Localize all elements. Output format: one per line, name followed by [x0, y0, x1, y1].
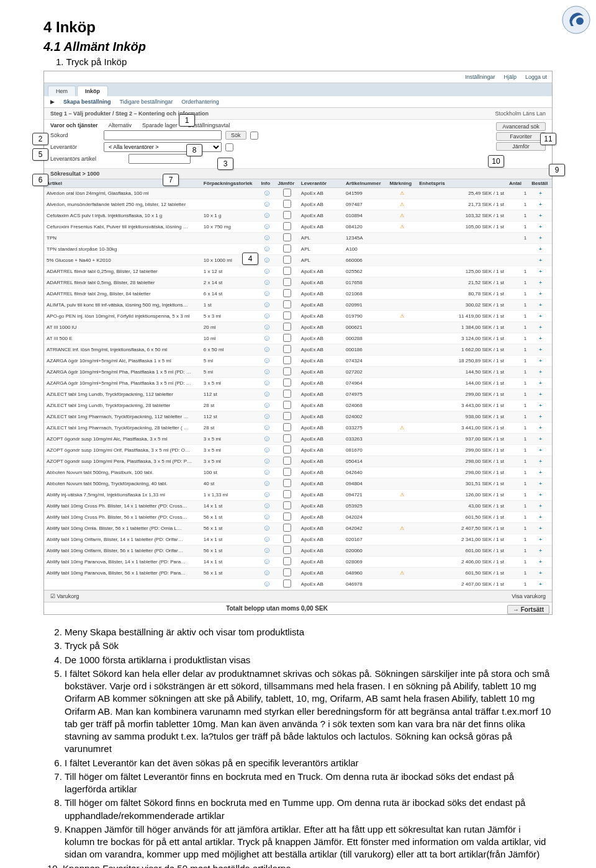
- compare-checkbox[interactable]: [283, 524, 291, 532]
- table-row[interactable]: AZOPT ögondr susp 10mg/ml Alc, Plastflas…: [44, 434, 552, 445]
- compare-checkbox[interactable]: [283, 468, 291, 476]
- add-icon[interactable]: +: [529, 445, 552, 456]
- compare-checkbox[interactable]: [283, 434, 291, 442]
- compare-checkbox[interactable]: [283, 479, 291, 487]
- table-row[interactable]: Abboten Novum tabl 500mg, Plastburk, 100…: [44, 467, 552, 478]
- add-icon[interactable]: +: [529, 233, 552, 244]
- info-icon[interactable]: ⓘ: [264, 213, 269, 218]
- th-info[interactable]: Info: [259, 179, 276, 188]
- info-icon[interactable]: ⓘ: [264, 269, 269, 274]
- compare-checkbox[interactable]: [283, 501, 291, 509]
- saved-tab[interactable]: Sparade lager: [142, 122, 178, 128]
- compare-checkbox[interactable]: [283, 445, 291, 454]
- compare-checkbox[interactable]: [283, 423, 291, 431]
- advanced-search-button[interactable]: Avancerad sök: [496, 122, 546, 131]
- continue-button[interactable]: → Fortsätt: [507, 605, 549, 614]
- search-input[interactable]: [104, 130, 222, 140]
- table-row[interactable]: AZILECT tabl 1mg Lundb, Tryckförpackning…: [44, 400, 552, 411]
- info-icon[interactable]: ⓘ: [264, 581, 269, 587]
- add-icon[interactable]: +: [529, 221, 552, 233]
- table-row[interactable]: AT III 1000 IU20 mlⓘApoEx AB0006211 384,…: [44, 322, 552, 333]
- info-icon[interactable]: ⓘ: [264, 526, 269, 531]
- subtab-tidigare[interactable]: Tidigare beställningar: [120, 99, 173, 105]
- add-icon[interactable]: +: [529, 456, 552, 467]
- compare-checkbox[interactable]: [283, 512, 291, 521]
- add-icon[interactable]: +: [529, 266, 552, 277]
- goods-tab[interactable]: Varor och tjänster: [50, 122, 98, 128]
- info-icon[interactable]: ⓘ: [264, 548, 269, 553]
- table-row[interactable]: Cefuroxim Fresenius Kabi, Pulver till in…: [44, 221, 552, 233]
- table-row[interactable]: Cefotaxim ACS pulv t injvä. Injektionsfl…: [44, 210, 552, 221]
- show-cart-link[interactable]: Visa varukorg: [512, 593, 546, 599]
- table-row[interactable]: ALIMTA, pulv till konc till inf-vätska, …: [44, 300, 552, 311]
- compare-checkbox[interactable]: [283, 557, 291, 565]
- add-icon[interactable]: +: [529, 311, 552, 322]
- info-icon[interactable]: ⓘ: [264, 280, 269, 285]
- add-icon[interactable]: +: [529, 400, 552, 411]
- table-row[interactable]: Alvedon, munsönderfallande tablett 250 m…: [44, 199, 552, 210]
- info-icon[interactable]: ⓘ: [264, 347, 269, 352]
- compare-checkbox[interactable]: [283, 267, 291, 275]
- add-icon[interactable]: +: [529, 434, 552, 445]
- add-icon[interactable]: +: [529, 322, 552, 333]
- info-icon[interactable]: ⓘ: [264, 570, 269, 576]
- info-icon[interactable]: ⓘ: [264, 503, 269, 509]
- compare-checkbox[interactable]: [283, 390, 291, 398]
- info-icon[interactable]: ⓘ: [264, 358, 269, 364]
- compare-checkbox[interactable]: [283, 233, 291, 241]
- add-icon[interactable]: +: [529, 568, 552, 579]
- compare-checkbox[interactable]: [283, 345, 291, 353]
- table-row[interactable]: Abilify tabl 10mg Omla. Blister, 56 x 1 …: [44, 523, 552, 534]
- compare-checkbox[interactable]: [283, 256, 291, 264]
- add-icon[interactable]: +: [529, 512, 552, 523]
- table-row[interactable]: AZILECT tabl 1mg Pharmach, Tryckförpackn…: [44, 411, 552, 423]
- add-icon[interactable]: +: [529, 423, 552, 434]
- compare-checkbox[interactable]: [283, 535, 291, 543]
- table-row[interactable]: TPN standard storpåse 10-30kgⓘAPLA100+: [44, 244, 552, 255]
- compare-checkbox[interactable]: [283, 401, 291, 409]
- settings-link[interactable]: Inställningar: [465, 74, 495, 80]
- add-icon[interactable]: +: [529, 300, 552, 311]
- add-icon[interactable]: +: [529, 557, 552, 568]
- info-icon[interactable]: ⓘ: [264, 459, 269, 464]
- table-row[interactable]: Abilify tabl 10mg Orifarm, Blister, 56 x…: [44, 545, 552, 557]
- info-icon[interactable]: ⓘ: [264, 302, 269, 308]
- table-row[interactable]: Alvedon oral lösn 24mg/ml, Glasflaska, 1…: [44, 188, 552, 199]
- table-row[interactable]: Abilify tabl 10mg Paranova, Blister, 56 …: [44, 568, 552, 579]
- favorites-button[interactable]: Favoriter: [496, 132, 546, 141]
- search-button[interactable]: Sök: [225, 131, 246, 140]
- table-row[interactable]: Abilify tabl 10mg Cross Ph. Blister, 14 …: [44, 501, 552, 512]
- truck-checkbox[interactable]: [225, 143, 233, 151]
- compare-checkbox[interactable]: [283, 579, 291, 588]
- th-order[interactable]: Beställ: [529, 179, 552, 188]
- add-icon[interactable]: +: [529, 344, 552, 356]
- cart-label[interactable]: Varukorg: [57, 593, 79, 599]
- add-icon[interactable]: +: [529, 389, 552, 400]
- info-icon[interactable]: ⓘ: [264, 257, 269, 263]
- add-icon[interactable]: +: [529, 579, 552, 590]
- supplier-article-input[interactable]: [129, 154, 191, 164]
- th-compare[interactable]: Jämför: [276, 179, 299, 188]
- add-icon[interactable]: +: [529, 244, 552, 255]
- info-icon[interactable]: ⓘ: [264, 202, 269, 207]
- table-row[interactable]: AZOPT ögondr susp 10mg/ml Orif, Plastfla…: [44, 445, 552, 456]
- add-icon[interactable]: +: [529, 478, 552, 490]
- info-icon[interactable]: ⓘ: [264, 470, 269, 475]
- thumbs-up-checkbox[interactable]: [250, 132, 258, 140]
- add-icon[interactable]: +: [529, 289, 552, 300]
- info-icon[interactable]: ⓘ: [264, 537, 269, 542]
- add-icon[interactable]: +: [529, 333, 552, 344]
- th-artnum[interactable]: Artikelnummer: [343, 179, 387, 188]
- compare-checkbox[interactable]: [283, 490, 291, 498]
- table-row[interactable]: AZARGA ögdr 10mg/ml+5mg/ml Pha, Plastfla…: [44, 378, 552, 389]
- info-icon[interactable]: ⓘ: [264, 514, 269, 520]
- info-icon[interactable]: ⓘ: [264, 224, 269, 230]
- compare-checkbox[interactable]: [283, 244, 291, 253]
- compare-checkbox[interactable]: [283, 278, 291, 286]
- th-qty[interactable]: Antal: [507, 179, 529, 188]
- info-icon[interactable]: ⓘ: [264, 313, 269, 319]
- info-icon[interactable]: ⓘ: [264, 324, 269, 330]
- info-icon[interactable]: ⓘ: [264, 481, 269, 486]
- alternative-tab[interactable]: Alternativ: [109, 122, 132, 128]
- tab-inkop[interactable]: Inköp: [77, 86, 108, 96]
